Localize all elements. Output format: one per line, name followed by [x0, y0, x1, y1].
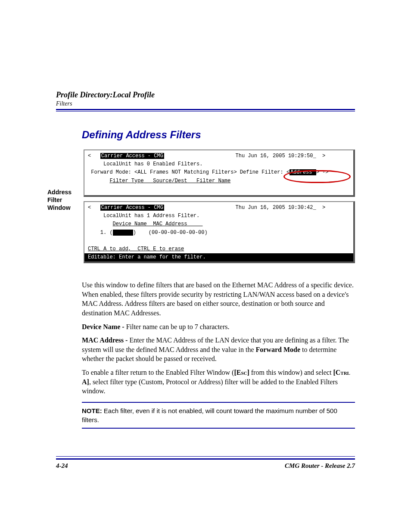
note-label: NOTE: — [82, 407, 104, 414]
header-subtitle: Filters — [56, 100, 355, 107]
term1-title: Carrier Access - CMG — [100, 153, 164, 159]
page-number: 4-24 — [56, 462, 68, 470]
paragraph-device-name: Device Name - Filter name can be up to 7… — [82, 322, 355, 332]
term2-status: LocalUnit has 1 Address Filter. — [88, 212, 350, 220]
terminal-window-1: < Carrier Access - CMG Thu Jun 16, 2005 … — [84, 149, 355, 197]
term2-timestamp: Thu Jun 16, 2005 10:30:42_ — [235, 205, 316, 211]
paragraph-intro: Use this window to define filters that a… — [82, 280, 355, 317]
term2-row-1: 1. ( ) (00-00-00-00-00-00) — [88, 229, 350, 237]
term2-title: Carrier Access - CMG — [100, 205, 164, 211]
product-release: CMG Router - Release 2.7 — [285, 462, 355, 470]
term1-title-line: < Carrier Access - CMG Thu Jun 16, 2005 … — [88, 152, 350, 160]
section-title: Defining Address Filters — [82, 129, 355, 141]
header-rule-thin — [56, 111, 355, 112]
term2-help-keys: CTRL A to add, CTRL E to erase — [88, 245, 350, 253]
paragraph-mac-address: MAC Address - Enter the MAC Address of t… — [82, 336, 355, 364]
term1-filter-type-selected: Address — [290, 169, 316, 175]
esc-key: [Esc] — [234, 369, 249, 376]
term2-title-line: < Carrier Access - CMG Thu Jun 16, 2005 … — [88, 204, 350, 212]
note-text: Each filter, even if it is not enabled, … — [82, 407, 337, 423]
term1-columns: Filter Type Source/Dest Filter Name — [88, 177, 350, 185]
screenshot-side-label: Address Filter Window — [47, 149, 82, 212]
body-text: Use this window to define filters that a… — [82, 280, 355, 396]
term2-columns: Device Name MAC Address — [88, 220, 350, 228]
footer-rule-thick — [56, 458, 355, 460]
term1-status: LocalUnit has 0 Enabled Filters. — [88, 160, 350, 168]
page-footer: 4-24 CMG Router - Release 2.7 — [56, 455, 355, 470]
note-box: NOTE: Each filter, even if it is not ena… — [82, 402, 355, 429]
header-title: Profile Directory:Local Profile — [56, 90, 355, 100]
header-rule-thick — [56, 109, 355, 110]
paragraph-enable-filter: To enable a filter return to the Enabled… — [82, 368, 355, 396]
term2-device-name-field — [113, 230, 133, 236]
term1-forward-mode: Forward Mode: <ALL Frames NOT Matching F… — [88, 168, 350, 177]
term2-help-status: Editable: Enter a name for the filter. — [84, 253, 353, 261]
footer-rule-thin — [56, 456, 355, 457]
terminal-window-2: < Carrier Access - CMG Thu Jun 16, 2005 … — [84, 201, 355, 263]
term1-timestamp: Thu Jun 16, 2005 10:29:50_ — [235, 153, 316, 159]
page-header: Profile Directory:Local Profile Filters — [56, 90, 355, 112]
